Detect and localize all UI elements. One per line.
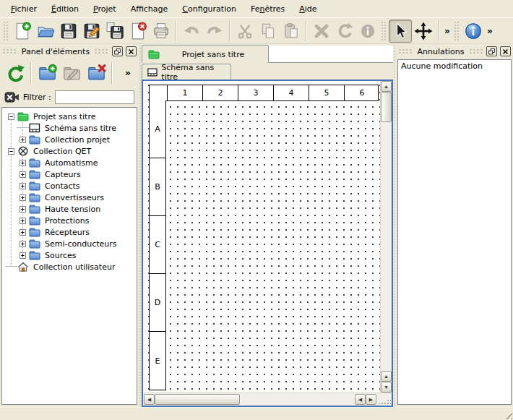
print-button[interactable] xyxy=(150,20,173,43)
select-mode-button[interactable] xyxy=(389,20,412,43)
page-close-icon xyxy=(129,22,147,40)
menu-edition[interactable]: Édition xyxy=(45,2,85,16)
tree-expander-plus[interactable] xyxy=(17,226,29,238)
tree-item-convertisseurs[interactable]: Convertisseurs xyxy=(2,192,137,203)
tree-item-haute-tension[interactable]: Haute tension xyxy=(2,203,137,215)
scroll-left-button[interactable]: ◀ xyxy=(144,394,155,405)
scroll-left-button-2[interactable]: ◀ xyxy=(355,394,366,405)
menu-configuration[interactable]: Configuration xyxy=(176,2,243,16)
filter-row: Filtrer : xyxy=(0,87,139,106)
undo-panel-titlebar[interactable]: Annulations xyxy=(396,44,513,59)
tree-item-capteurs[interactable]: Capteurs xyxy=(2,168,137,180)
tree-indent xyxy=(2,134,17,145)
open-button[interactable] xyxy=(34,20,57,43)
tree-item-contacts[interactable]: Contacts xyxy=(2,180,137,192)
tree-item-protections[interactable]: Protections xyxy=(2,215,137,226)
tree-expander-plus[interactable] xyxy=(17,203,29,215)
scroll-right-button[interactable]: ▶ xyxy=(366,394,376,405)
undo-list-item[interactable]: Aucune modification xyxy=(398,60,511,72)
tree-item-schema-sans-titre[interactable]: Schéma sans titre xyxy=(2,122,137,134)
copy-button xyxy=(256,20,280,43)
close-file-button[interactable] xyxy=(126,20,150,43)
vertical-scroll-thumb[interactable] xyxy=(381,92,392,122)
tab-bar-filler xyxy=(269,46,393,63)
float-undo-panel-button[interactable] xyxy=(486,46,497,56)
tree-indent xyxy=(2,203,17,215)
new-document-button[interactable] xyxy=(11,20,34,43)
clear-filter-button[interactable] xyxy=(4,91,20,103)
tree-expander-minus[interactable] xyxy=(5,145,17,157)
tree-item-sources[interactable]: Sources xyxy=(2,249,137,261)
elements-panel-titlebar[interactable]: Panel d'éléments xyxy=(0,44,139,59)
info-overflow-button[interactable]: » xyxy=(485,21,495,41)
tree-item-recepteurs[interactable]: Récepteurs xyxy=(2,226,137,238)
folder-blue-icon xyxy=(29,249,40,261)
schema-canvas[interactable]: 123456 ABCDE xyxy=(143,81,380,393)
tree-expander-plus[interactable] xyxy=(17,180,29,192)
row-header-E: E xyxy=(150,332,165,390)
menu-fenetres[interactable]: Fenêtres xyxy=(244,2,291,16)
scissors-icon xyxy=(236,22,254,40)
folder-blue-icon xyxy=(29,215,40,226)
tree-item-label: Capteurs xyxy=(43,170,82,179)
pan-mode-button[interactable] xyxy=(412,20,435,43)
toolbar-handle[interactable] xyxy=(3,21,9,41)
reload-collections-button[interactable] xyxy=(3,61,27,85)
toolbar-handle[interactable] xyxy=(381,21,387,41)
tree-expander-plus[interactable] xyxy=(17,249,29,261)
vertical-scroll-track[interactable] xyxy=(381,122,392,371)
folder-blue-icon xyxy=(29,134,40,145)
folder-blue-icon xyxy=(29,226,40,238)
vertical-scrollbar: ▲ ▲ ▼ xyxy=(380,81,392,393)
save-button[interactable] xyxy=(57,20,80,43)
undo-panel: Annulations Aucune modification xyxy=(396,44,513,407)
tree-item-automatisme[interactable]: Automatisme xyxy=(2,157,137,168)
tree-expander-plus[interactable] xyxy=(17,134,29,145)
menu-fichier[interactable]: Fichier xyxy=(4,2,43,16)
tree-expander-plus[interactable] xyxy=(17,168,29,180)
horizontal-scroll-thumb[interactable] xyxy=(155,394,240,405)
scroll-up-button[interactable]: ▲ xyxy=(381,81,392,92)
toolbar-separator xyxy=(438,21,439,41)
scroll-down-button[interactable]: ▼ xyxy=(381,382,392,393)
modes-overflow-button[interactable]: » xyxy=(442,21,452,41)
save-as-button[interactable] xyxy=(80,20,103,43)
toolbar-separator xyxy=(229,21,230,41)
schema-icon xyxy=(147,67,158,78)
tab-projet-sans-titre[interactable]: Projet sans titre xyxy=(142,45,269,63)
new-category-button[interactable] xyxy=(35,61,59,85)
tree-item-collection-qet[interactable]: Collection QET xyxy=(2,145,137,157)
toolbar-handle[interactable] xyxy=(454,21,460,41)
tree-item-collection-projet[interactable]: Collection projet xyxy=(2,134,137,145)
tree-expander-plus[interactable] xyxy=(17,192,29,203)
close-undo-panel-button[interactable] xyxy=(500,46,511,56)
column-header-3: 3 xyxy=(238,85,273,100)
tree-connector xyxy=(17,122,29,134)
float-panel-button[interactable] xyxy=(112,46,123,56)
tree-expander-plus[interactable] xyxy=(17,238,29,249)
menu-affichage[interactable]: Affichage xyxy=(124,2,175,16)
elements-panel: Panel d'éléments » Filtrer : Projet sans… xyxy=(0,44,139,407)
tree-item-collection-utilisateur[interactable]: Collection utilisateur xyxy=(2,261,137,273)
about-info-button[interactable] xyxy=(462,20,485,43)
scroll-up-button-2[interactable]: ▲ xyxy=(381,371,392,382)
info-blue-icon xyxy=(464,22,483,40)
save-all-button[interactable] xyxy=(103,20,126,43)
panel-overflow-button[interactable]: » xyxy=(123,63,133,83)
resize-grip[interactable] xyxy=(503,410,512,419)
tree-indent xyxy=(2,168,17,180)
close-panel-button[interactable] xyxy=(126,46,137,56)
delete-category-button[interactable] xyxy=(84,61,108,85)
tree-item-semi-conducteurs[interactable]: Semi-conducteurs xyxy=(2,238,137,249)
tree-expander-plus[interactable] xyxy=(17,215,29,226)
menu-aide[interactable]: Aide xyxy=(293,2,323,16)
filter-input[interactable] xyxy=(55,90,134,104)
menu-projet[interactable]: Projet xyxy=(87,2,123,16)
tree-expander-minus[interactable] xyxy=(5,111,17,122)
project-folder-icon xyxy=(17,111,29,122)
tree-item-label: Semi-conducteurs xyxy=(43,239,118,249)
tree-expander-plus[interactable] xyxy=(17,157,29,168)
tab-schema-sans-titre[interactable]: Schéma sans titre xyxy=(142,64,231,80)
tree-item-projet-sans-titre[interactable]: Projet sans titre xyxy=(2,111,137,122)
floppy-all-icon xyxy=(105,22,124,40)
